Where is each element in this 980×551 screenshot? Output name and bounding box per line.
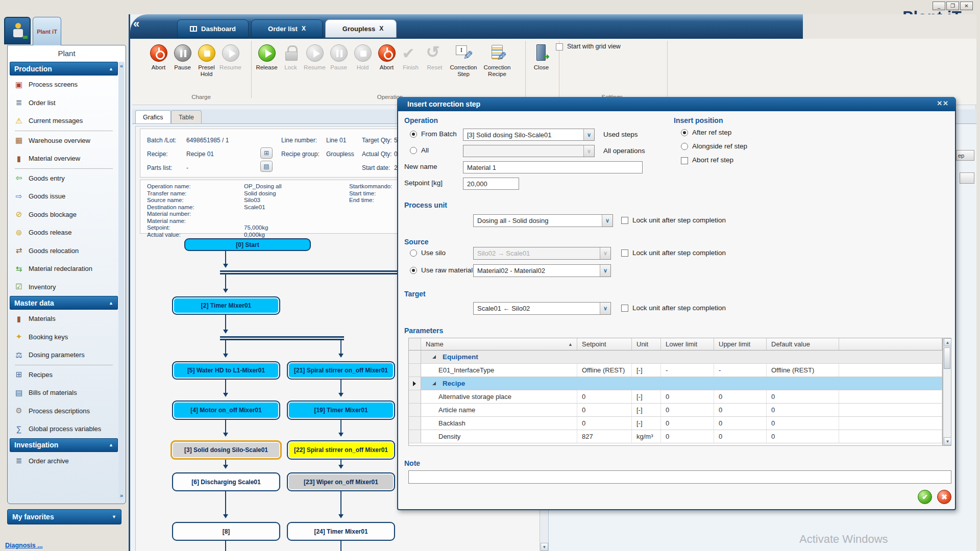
- tab-close-icon[interactable]: X: [302, 25, 306, 32]
- parts-list-button[interactable]: ▤: [260, 161, 273, 172]
- column-header-unit[interactable]: Unit: [632, 338, 661, 350]
- combo-dropdown-icon[interactable]: ∨: [600, 303, 610, 314]
- sidebar-item[interactable]: Goods release: [10, 223, 118, 242]
- flowchart-node[interactable]: [5] Water HD to L1-Mixer01: [172, 361, 280, 380]
- ribbon-button[interactable]: Correction Recipe: [480, 41, 514, 90]
- parameter-group-row[interactable]: Equipment: [409, 350, 942, 364]
- parameters-table-scrollbar[interactable]: ▲ ▼: [943, 338, 951, 446]
- ribbon-button[interactable]: Pause: [170, 41, 194, 90]
- ribbon-button[interactable]: Release: [255, 41, 279, 90]
- diagnosis-link[interactable]: Diagnosis ...: [5, 542, 43, 549]
- column-header-name[interactable]: Name▲: [421, 338, 577, 350]
- sidebar-item[interactable]: Material redeclaration: [10, 260, 118, 278]
- sidebar-item[interactable]: Process descriptions: [10, 402, 118, 420]
- expanded-group-icon[interactable]: [432, 355, 436, 359]
- flowchart-node[interactable]: [2] Timer Mixer01: [172, 296, 280, 315]
- column-header-lower-limit[interactable]: Lower limit: [661, 338, 714, 350]
- sidebar-user-icon-tab[interactable]: [4, 17, 31, 44]
- ribbon-button[interactable]: Reset: [423, 41, 447, 90]
- scroll-down-icon[interactable]: ▼: [541, 543, 548, 551]
- my-favorites-bar[interactable]: My favorites▼: [7, 509, 121, 524]
- document-tab[interactable]: Dashboard: [177, 19, 249, 38]
- cancel-button[interactable]: ✖: [937, 490, 951, 504]
- ribbon-button[interactable]: Pause: [327, 41, 351, 90]
- ribbon-button[interactable]: Finish: [399, 41, 423, 90]
- sidebar-item[interactable]: Order archive: [10, 452, 118, 470]
- ribbon-button[interactable]: Lock: [279, 41, 303, 90]
- from-batch-combo[interactable]: [3] Solid dosing Silo-Scale01∨: [463, 129, 595, 141]
- column-header-default-value[interactable]: Default value: [767, 338, 839, 350]
- ribbon-button[interactable]: Resume: [303, 41, 327, 90]
- combo-dropdown-icon[interactable]: ∨: [600, 265, 610, 277]
- sidebar-item[interactable]: Goods issue: [10, 187, 118, 206]
- scrollbar-thumb[interactable]: [944, 347, 950, 369]
- parameter-row[interactable]: Density 827 kg/m³ 0 0 0: [409, 430, 942, 443]
- column-header-upper-limit[interactable]: Upper limit: [714, 338, 767, 350]
- lock-unit-checkbox[interactable]: [621, 249, 628, 257]
- ribbon-button[interactable]: Presel Hold: [194, 41, 218, 90]
- parameter-setpoint[interactable]: Offline (REST): [577, 364, 632, 377]
- scroll-up-icon[interactable]: ▲: [944, 338, 951, 346]
- sidebar-item[interactable]: Booking keys: [10, 328, 118, 346]
- sidebar-item[interactable]: Material overview: [10, 149, 118, 168]
- recipe-structure-button[interactable]: ⊞: [260, 147, 273, 159]
- sidebar-item[interactable]: Goods blockage: [10, 206, 118, 224]
- sidebar-item[interactable]: Warehouse overview: [10, 132, 118, 150]
- parameter-setpoint[interactable]: 0: [577, 404, 632, 416]
- after-ref-step-radio[interactable]: [681, 129, 688, 136]
- ribbon-button[interactable]: Resume: [218, 41, 242, 90]
- scroll-up-chevron-icon[interactable]: «: [118, 63, 125, 69]
- combo-dropdown-icon[interactable]: ∨: [583, 129, 594, 140]
- flowchart-node[interactable]: [19] Timer Mixer01: [287, 400, 395, 420]
- sidebar-item[interactable]: Current messages: [10, 112, 118, 130]
- dialog-titlebar[interactable]: Insert correction step ✕✕: [397, 97, 956, 111]
- alongside-ref-step-radio[interactable]: [681, 143, 688, 150]
- ribbon-button[interactable]: Abort: [146, 41, 170, 90]
- scroll-down-icon[interactable]: ▼: [944, 437, 951, 445]
- sidebar-item[interactable]: Inventory: [10, 278, 118, 296]
- ribbon-button[interactable]: Correction Step: [447, 41, 480, 90]
- sidebar-item[interactable]: Bills of materials: [10, 384, 118, 402]
- parameter-setpoint[interactable]: 0: [577, 390, 632, 403]
- ok-button[interactable]: ✔: [918, 490, 932, 504]
- flowchart-node[interactable]: [8]: [172, 522, 280, 541]
- sidebar-item[interactable]: Goods entry: [10, 169, 118, 188]
- close-view-button[interactable]: Close: [529, 41, 553, 90]
- note-input[interactable]: [408, 470, 951, 484]
- process-unit-combo[interactable]: Dosing all - Solid dosing∨: [473, 214, 613, 227]
- ribbon-button[interactable]: Abort: [375, 41, 399, 90]
- combo-dropdown-icon[interactable]: ∨: [602, 215, 612, 227]
- sidebar-collapse-chevron-icon[interactable]: «: [133, 17, 139, 31]
- lock-unit-checkbox[interactable]: [621, 217, 628, 224]
- setpoint-input[interactable]: 20,000: [463, 178, 519, 190]
- sidebar-item[interactable]: Dosing parameters: [10, 346, 118, 364]
- parameter-setpoint[interactable]: 0: [577, 417, 632, 430]
- tab-close-icon[interactable]: X: [379, 25, 383, 32]
- tab-table[interactable]: Table: [171, 110, 202, 123]
- flowchart-node[interactable]: [6] Discharging Scale01: [172, 472, 280, 491]
- abort-ref-step-checkbox[interactable]: [681, 157, 688, 164]
- all-radio[interactable]: [410, 147, 417, 154]
- section-header-investigation[interactable]: Investigation▲: [10, 438, 118, 452]
- new-name-input[interactable]: Material 1: [463, 161, 643, 173]
- flowchart-node[interactable]: [22] Spiral stirrer on_off Mixer01: [287, 440, 395, 460]
- dialog-close-icon[interactable]: ✕✕: [937, 99, 949, 107]
- sidebar-plant-it-tab[interactable]: Plant iT: [33, 17, 61, 45]
- from-batch-radio[interactable]: [410, 131, 417, 138]
- flowchart-node[interactable]: [4] Motor on_off Mixer01: [172, 400, 280, 420]
- start-with-grid-view-checkbox[interactable]: [556, 43, 563, 51]
- parameter-row[interactable]: Article name 0 [-] 0 0 0: [409, 404, 942, 417]
- document-tab[interactable]: Groupless X: [325, 19, 397, 38]
- expanded-group-icon[interactable]: [432, 382, 436, 385]
- flowchart-node[interactable]: [24] Timer Mixer01: [287, 522, 395, 541]
- use-raw-material-radio[interactable]: [410, 267, 417, 274]
- tab-grafics[interactable]: Grafics: [135, 110, 171, 123]
- column-header-setpoint[interactable]: Setpoint: [577, 338, 632, 350]
- sidebar-item[interactable]: Process screens: [10, 76, 118, 94]
- flowchart-node[interactable]: [23] Wiper on_off Mixer01: [287, 472, 395, 491]
- scroll-down-chevron-icon[interactable]: »: [118, 492, 125, 498]
- section-header-production[interactable]: Production▲: [10, 62, 118, 76]
- use-silo-radio[interactable]: [410, 249, 417, 257]
- sidebar-item[interactable]: Materials: [10, 310, 118, 328]
- sidebar-item[interactable]: Recipes: [10, 366, 118, 384]
